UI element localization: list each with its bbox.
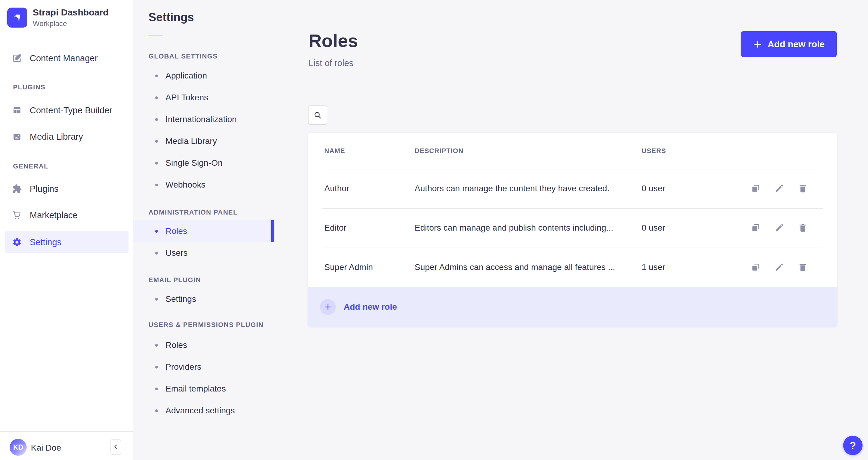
subnav-item-roles-up[interactable]: Roles (133, 334, 274, 356)
subnav-item-users[interactable]: Users (133, 242, 274, 264)
delete-role-button[interactable] (797, 222, 808, 233)
image-icon (12, 132, 22, 142)
subnav-item-providers[interactable]: Providers (133, 356, 274, 378)
copy-icon (750, 262, 761, 272)
subnav-section-administration-panel: ADMINISTRATION PANEL (149, 209, 238, 216)
table-row-editor[interactable]: Editor Editors can manage and publish co… (308, 208, 837, 248)
sidebar-item-label: Marketplace (30, 210, 78, 220)
table-footer-add-new-role[interactable]: Add new role (308, 287, 837, 327)
divider (149, 35, 163, 36)
bullet-icon (155, 162, 158, 164)
subnav-item-media-library[interactable]: Media Library (133, 130, 274, 152)
roles-table: NAME DESCRIPTION USERS Author Authors ca… (308, 133, 837, 327)
app-sidebar: Strapi Dashboard Workplace Content Manag… (0, 0, 133, 460)
trash-icon (798, 262, 808, 272)
settings-subnav: Settings GLOBAL SETTINGS Application API… (133, 0, 274, 460)
bullet-icon (155, 388, 158, 390)
search-button[interactable] (308, 105, 327, 125)
pencil-icon (774, 223, 784, 233)
subnav-section-global-settings: GLOBAL SETTINGS (149, 53, 218, 60)
divider (0, 431, 133, 432)
puzzle-icon (12, 184, 22, 194)
layout-grid-icon (12, 105, 22, 115)
bullet-icon (155, 230, 158, 233)
subnav-section-email-plugin: EMAIL PLUGIN (149, 276, 201, 284)
trash-icon (798, 183, 808, 194)
copy-icon (750, 183, 761, 194)
sidebar-item-media-library[interactable]: Media Library (5, 125, 128, 148)
pencil-icon (774, 183, 784, 194)
bullet-icon (155, 74, 158, 77)
divider (0, 36, 133, 36)
collapse-sidebar-button[interactable] (110, 439, 121, 455)
workspace-name: Workplace (33, 20, 108, 28)
plus-icon (753, 40, 762, 49)
trash-icon (798, 223, 808, 233)
add-new-role-button[interactable]: Add new role (741, 31, 837, 57)
subnav-item-email-settings[interactable]: Settings (133, 288, 274, 310)
sidebar-item-content-manager[interactable]: Content Manager (5, 47, 128, 69)
delete-role-button[interactable] (797, 262, 808, 273)
copy-icon (750, 223, 761, 233)
bullet-icon (155, 298, 158, 301)
column-header-users: USERS (642, 147, 837, 155)
subnav-item-application[interactable]: Application (133, 65, 274, 87)
user-avatar[interactable]: KD (10, 439, 27, 456)
sidebar-item-settings[interactable]: Settings (5, 231, 128, 253)
duplicate-role-button[interactable] (750, 262, 761, 273)
bullet-icon (155, 344, 158, 347)
table-header-row: NAME DESCRIPTION USERS (308, 133, 837, 169)
gear-icon (12, 237, 22, 247)
edit-role-button[interactable] (774, 262, 785, 273)
column-header-description: DESCRIPTION (414, 147, 642, 155)
subnav-title: Settings (149, 11, 194, 24)
main-content: Roles List of roles Add new role NAME DE… (274, 0, 868, 460)
sidebar-item-label: Content Manager (30, 53, 98, 63)
subnav-item-email-templates[interactable]: Email templates (133, 378, 274, 400)
duplicate-role-button[interactable] (750, 183, 761, 194)
bullet-icon (155, 96, 158, 99)
pencil-icon (774, 262, 784, 272)
feather-square-icon (12, 53, 22, 63)
workspace-switcher[interactable]: Strapi Dashboard Workplace (7, 7, 108, 28)
subnav-item-advanced-settings[interactable]: Advanced settings (133, 400, 274, 422)
subnav-item-webhooks[interactable]: Webhooks (133, 174, 274, 196)
table-row-author[interactable]: Author Authors can manage the content th… (308, 169, 837, 208)
sidebar-section-plugins: PLUGINS (13, 83, 45, 91)
chevron-left-icon (113, 443, 119, 451)
table-row-super-admin[interactable]: Super Admin Super Admins can access and … (308, 248, 837, 287)
edit-role-button[interactable] (774, 183, 785, 194)
sidebar-item-label: Content-Type Builder (30, 105, 112, 116)
bullet-icon (155, 252, 158, 254)
strapi-logo-icon (7, 7, 27, 28)
page-subtitle: List of roles (309, 58, 353, 68)
bullet-icon (155, 118, 158, 121)
app-title: Strapi Dashboard (33, 7, 108, 18)
help-button[interactable]: ? (843, 436, 863, 455)
bullet-icon (155, 140, 158, 143)
plus-circle-icon (320, 299, 336, 315)
subnav-item-api-tokens[interactable]: API Tokens (133, 87, 274, 109)
delete-role-button[interactable] (797, 183, 808, 194)
sidebar-item-content-type-builder[interactable]: Content-Type Builder (5, 99, 128, 122)
duplicate-role-button[interactable] (750, 222, 761, 233)
edit-role-button[interactable] (774, 222, 785, 233)
sidebar-item-plugins[interactable]: Plugins (5, 178, 128, 200)
bullet-icon (155, 409, 158, 412)
sidebar-item-marketplace[interactable]: Marketplace (5, 204, 128, 226)
bullet-icon (155, 366, 158, 368)
sidebar-item-label: Settings (30, 237, 62, 247)
sidebar-section-general: GENERAL (13, 162, 49, 170)
subnav-item-roles-admin[interactable]: Roles (133, 220, 274, 242)
subnav-section-users-permissions: USERS & PERMISSIONS PLUGIN (149, 321, 264, 329)
user-name: Kai Doe (31, 443, 61, 453)
column-header-name: NAME (324, 147, 414, 155)
question-mark-icon: ? (850, 440, 856, 452)
subnav-item-internationalization[interactable]: Internationalization (133, 109, 274, 130)
sidebar-item-label: Plugins (30, 184, 59, 194)
search-icon (313, 111, 322, 119)
sidebar-item-label: Media Library (30, 132, 83, 142)
subnav-item-single-sign-on[interactable]: Single Sign-On (133, 152, 274, 174)
page-title: Roles (309, 30, 358, 51)
cart-icon (12, 210, 22, 220)
